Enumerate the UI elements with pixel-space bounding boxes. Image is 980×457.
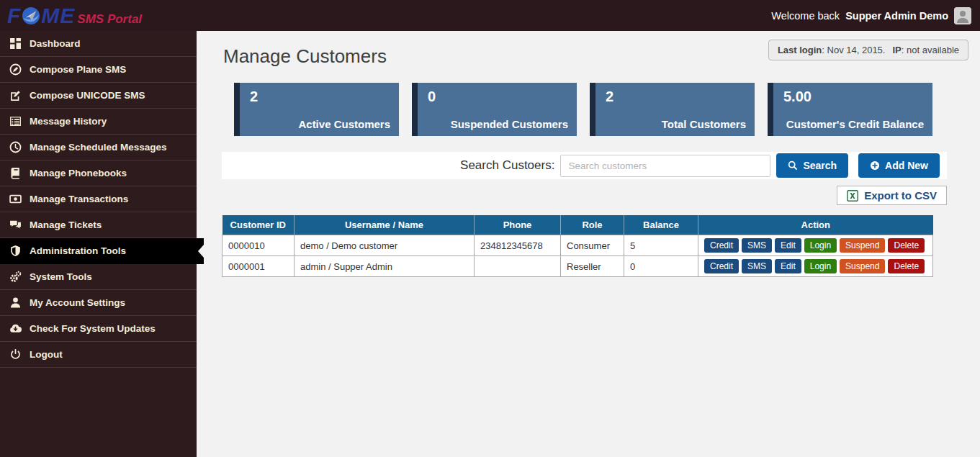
login-button[interactable]: Login <box>804 259 837 273</box>
cell-balance: 0 <box>624 256 698 277</box>
credit-button[interactable]: Credit <box>704 259 739 273</box>
suspend-button[interactable]: Suspend <box>840 259 885 273</box>
last-login-label: Last login <box>778 45 827 55</box>
top-bar: F ME SMS Portal Welcome back Supper Admi… <box>0 0 980 31</box>
sidebar-item-message-history[interactable]: Message History <box>0 109 197 135</box>
edit-button[interactable]: Edit <box>775 238 801 253</box>
delete-button[interactable]: Delete <box>888 259 925 273</box>
suspend-button[interactable]: Suspend <box>840 238 885 253</box>
cell-username: demo / Demo customer <box>295 235 475 256</box>
stat-card-active-customers: 2 Active Customers <box>234 83 399 136</box>
search-bar: Search Custoers: Search Add New <box>222 152 947 179</box>
sidebar-item-label: Check For System Updates <box>30 323 156 334</box>
search-button-label: Search <box>803 160 837 171</box>
plus-circle-icon <box>870 160 880 171</box>
sidebar-item-label: Manage Tickets <box>30 220 102 230</box>
logo-letters-me: ME <box>41 4 75 28</box>
ip-value: not available <box>907 45 959 55</box>
ip-label: IP <box>892 45 907 55</box>
sidebar-item-manage-transactions[interactable]: Manage Transactions <box>0 186 197 212</box>
stat-value: 2 <box>250 89 258 105</box>
stat-label: Total Customers <box>662 118 746 130</box>
delete-button[interactable]: Delete <box>888 238 925 253</box>
sidebar-item-label: System Tools <box>30 271 92 282</box>
sidebar-item-administration-tools[interactable]: Administration Tools <box>0 238 204 264</box>
stat-value: 0 <box>428 89 436 105</box>
sidebar-item-label: Manage Phonebooks <box>30 168 127 178</box>
sidebar-item-label: Administration Tools <box>30 245 126 256</box>
sidebar-item-compose-plane-sms[interactable]: Compose Plane SMS <box>0 57 197 83</box>
excel-icon <box>847 190 858 202</box>
logo-suffix: SMS Portal <box>77 12 142 27</box>
sidebar-item-manage-scheduled-messages[interactable]: Manage Scheduled Messages <box>0 135 197 160</box>
sidebar-item-manage-phonebooks[interactable]: Manage Phonebooks <box>0 160 197 186</box>
stat-label: Suspended Customers <box>451 118 568 130</box>
sidebar-item-label: Message History <box>30 116 107 127</box>
last-login-badge: Last loginNov 14, 2015.IPnot available <box>768 40 968 60</box>
cell-phone: 234812345678 <box>475 235 561 256</box>
power-icon <box>9 348 22 361</box>
sidebar-item-compose-unicode-sms[interactable]: Compose UNICODE SMS <box>0 83 197 109</box>
cell-customer-id: 0000010 <box>222 235 295 256</box>
sidebar-item-manage-tickets[interactable]: Manage Tickets <box>0 212 197 238</box>
stat-card-total-customers: 2 Total Customers <box>590 83 755 136</box>
stat-label: Customer's Credit Balance <box>786 118 924 130</box>
search-icon <box>788 160 798 171</box>
cell-customer-id: 0000001 <box>222 256 295 277</box>
login-button[interactable]: Login <box>804 238 837 253</box>
sidebar-item-system-tools[interactable]: System Tools <box>0 264 197 290</box>
add-new-button[interactable]: Add New <box>858 153 940 178</box>
gears-icon <box>9 271 22 283</box>
sms-button[interactable]: SMS <box>742 238 772 253</box>
welcome-message: Welcome back Supper Admin Demo <box>771 7 971 24</box>
dashboard-icon <box>9 37 22 50</box>
message-history-icon <box>9 115 22 127</box>
sidebar-item-label: Manage Scheduled Messages <box>30 142 167 153</box>
last-login-value: Nov 14, 2015. <box>827 45 886 55</box>
customers-table-body: 0000010 demo / Demo customer 23481234567… <box>222 235 933 277</box>
stat-label: Active Customers <box>298 118 390 130</box>
user-avatar-icon[interactable] <box>954 7 971 24</box>
transactions-icon <box>9 193 22 205</box>
cell-balance: 5 <box>624 235 698 256</box>
sidebar-item-label: Dashboard <box>30 38 81 49</box>
edit-button[interactable]: Edit <box>775 259 801 273</box>
cell-action: CreditSMSEditLoginSuspendDelete <box>698 235 933 256</box>
cell-phone <box>475 256 561 277</box>
table-header-row: Customer ID Username / Name Phone Role B… <box>222 215 933 235</box>
welcome-prefix: Welcome back <box>771 10 840 22</box>
stat-cards: 2 Active Customers 0 Suspended Customers… <box>234 83 932 136</box>
search-button[interactable]: Search <box>776 153 848 178</box>
export-to-csv-button[interactable]: Export to CSV <box>837 186 947 205</box>
header-action: Action <box>698 215 933 235</box>
sidebar-item-check-for-system-updates[interactable]: Check For System Updates <box>0 316 197 342</box>
main-content: Manage Customers Last loginNov 14, 2015.… <box>197 31 980 457</box>
globe-icon <box>22 6 40 25</box>
stat-card-suspended-customers: 0 Suspended Customers <box>412 83 577 136</box>
stat-value: 5.00 <box>783 89 812 105</box>
customers-table: Customer ID Username / Name Phone Role B… <box>222 215 933 277</box>
app-window: F ME SMS Portal Welcome back Supper Admi… <box>0 0 980 457</box>
table-row: 0000001 admin / Supper Admin Reseller 0 … <box>222 256 933 277</box>
sidebar-item-label: Manage Transactions <box>30 194 128 204</box>
cell-username: admin / Supper Admin <box>295 256 475 277</box>
header-phone: Phone <box>475 215 561 235</box>
cell-role: Consumer <box>561 235 624 256</box>
export-button-label: Export to CSV <box>864 189 937 202</box>
header-username: Username / Name <box>295 215 475 235</box>
user-icon <box>9 297 22 309</box>
sidebar-item-dashboard[interactable]: Dashboard <box>0 31 197 57</box>
fome-logo: F ME SMS Portal <box>7 4 142 28</box>
welcome-username: Supper Admin Demo <box>845 10 948 22</box>
credit-button[interactable]: Credit <box>704 238 739 253</box>
sidebar-item-label: My Account Settings <box>30 297 125 308</box>
sidebar-item-label: Logout <box>30 349 63 360</box>
shield-icon <box>9 245 22 257</box>
sms-button[interactable]: SMS <box>742 259 772 273</box>
sidebar-item-logout[interactable]: Logout <box>0 342 197 368</box>
header-balance: Balance <box>624 215 698 235</box>
search-input[interactable] <box>560 155 770 177</box>
search-label: Search Custoers: <box>460 158 554 173</box>
compose-pencil-icon <box>9 63 22 76</box>
sidebar-item-my-account-settings[interactable]: My Account Settings <box>0 290 197 316</box>
